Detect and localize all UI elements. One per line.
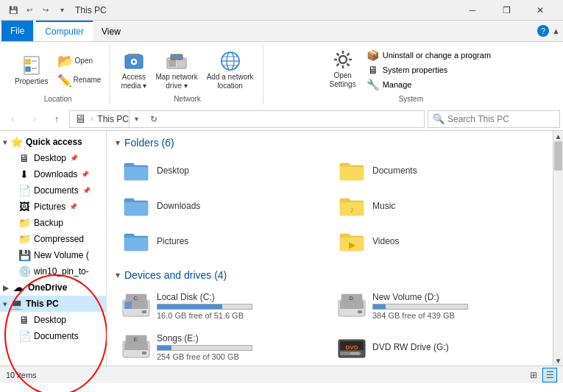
status-text: 10 items	[6, 371, 37, 379]
system-group-label: System	[399, 95, 423, 103]
drive-info-e: Songs (E:) 254 GB free of 300 GB	[157, 333, 322, 361]
sidebar-item-this-pc-desktop[interactable]: 🖥 Desktop	[0, 312, 106, 328]
folder-name-videos: Videos	[372, 236, 399, 246]
sidebar-item-pictures[interactable]: 🖼 Pictures 📌	[0, 199, 106, 215]
tab-computer[interactable]: Computer	[36, 21, 93, 41]
pictures-pin: 📌	[69, 203, 77, 210]
forward-button[interactable]: ›	[25, 110, 44, 129]
system-props-icon: 🖥	[367, 64, 380, 76]
folder-icon-downloads	[121, 194, 151, 218]
minimize-button[interactable]: ─	[456, 0, 489, 21]
quick-access-save[interactable]: 💾	[6, 3, 21, 18]
sidebar-section-quick-access[interactable]: ▾ ⭐ Quick access	[0, 134, 106, 150]
sidebar-section-onedrive[interactable]: ▶ ☁ OneDrive	[0, 279, 106, 296]
main-layout: ▾ ⭐ Quick access 🖥 Desktop 📌 ⬇ Downloads…	[0, 131, 563, 366]
drive-bar-wrap-c	[157, 304, 252, 310]
drive-item-e[interactable]: E: Songs (E:) 254 GB free of 300 GB	[116, 328, 328, 366]
folder-item-desktop[interactable]: Desktop	[116, 154, 328, 187]
view-btn-list[interactable]: ☰	[542, 368, 557, 382]
backup-label: Backup	[34, 218, 63, 228]
svg-text:DVD: DVD	[346, 344, 358, 351]
svg-rect-33	[142, 310, 146, 313]
drive-item-c[interactable]: C: Local Disk (C:) 16.0 GB free of 51.6 …	[116, 287, 328, 325]
documents-label: Documents	[34, 185, 79, 196]
scroll-thumb[interactable]	[554, 141, 562, 171]
svg-rect-3	[26, 67, 30, 71]
uninstall-icon: 📦	[367, 49, 380, 61]
add-network-location-button[interactable]: Add a networklocation	[204, 48, 257, 92]
ribbon-collapse[interactable]: ▲	[552, 26, 560, 35]
scrollbar[interactable]: ▲ ▼	[553, 131, 563, 366]
svg-line-25	[347, 64, 349, 66]
help-button[interactable]: ?	[537, 25, 549, 37]
tab-file[interactable]: File	[1, 21, 33, 41]
quick-access-undo[interactable]: ↩	[22, 3, 37, 18]
system-properties-button[interactable]: 🖥 System properties	[362, 63, 495, 77]
sidebar-item-documents[interactable]: 📄 Documents 📌	[0, 182, 106, 199]
drives-toggle[interactable]: ▾	[116, 270, 120, 280]
new-volume-icon: 💾	[18, 249, 31, 261]
address-dropdown[interactable]: ▾	[129, 110, 144, 128]
open-button[interactable]: 📂 Open	[54, 51, 105, 71]
ribbon-tabs: File Computer View ? ▲	[0, 21, 563, 41]
sidebar-item-compressed[interactable]: 📁 Compressed	[0, 231, 106, 247]
sidebar-section-this-pc[interactable]: ▾ 💻 This PC	[0, 296, 106, 312]
folder-item-pictures[interactable]: Pictures	[116, 225, 328, 257]
view-btn-tiles[interactable]: ⊞	[526, 368, 541, 382]
open-settings-button[interactable]: OpenSettings	[327, 46, 359, 90]
drive-size-c: 16.0 GB free of 51.6 GB	[157, 311, 322, 320]
map-network-drive-button[interactable]: Map networkdrive ▾	[152, 48, 200, 92]
sidebar-item-this-pc-documents[interactable]: 📄 Documents	[0, 328, 106, 344]
refresh-button[interactable]: ↻	[145, 110, 163, 128]
svg-point-7	[132, 60, 135, 63]
this-pc-expand: ▾	[3, 300, 7, 308]
quick-access-label: Quick access	[26, 137, 82, 147]
drive-name-e: Songs (E:)	[157, 333, 322, 343]
sidebar-item-desktop[interactable]: 🖥 Desktop 📌	[0, 150, 106, 166]
access-media-label: Accessmedia ▾	[121, 73, 146, 90]
folder-item-music[interactable]: ♪ Music	[331, 190, 544, 222]
drive-bar-wrap-e	[157, 345, 252, 351]
up-button[interactable]: ↑	[47, 110, 66, 129]
folder-item-downloads[interactable]: Downloads	[116, 190, 328, 222]
map-network-drive-icon	[165, 49, 188, 73]
quick-access-redo[interactable]: ↪	[38, 3, 53, 18]
downloads-icon: ⬇	[18, 168, 31, 180]
drive-item-g[interactable]: DVD DVD RW Drive (G:)	[331, 328, 544, 366]
drive-info-c: Local Disk (C:) 16.0 GB free of 51.6 GB	[157, 292, 322, 320]
sidebar-item-new-volume[interactable]: 💾 New Volume (	[0, 247, 106, 263]
address-box[interactable]: 🖥 › This PC ▾ ↻	[69, 110, 425, 128]
tab-view[interactable]: View	[93, 21, 130, 41]
search-box[interactable]: 🔍	[428, 110, 560, 128]
svg-point-19	[339, 56, 347, 63]
sidebar-item-backup[interactable]: 📁 Backup	[0, 215, 106, 231]
scroll-down[interactable]: ▼	[553, 355, 564, 366]
scroll-up[interactable]: ▲	[553, 131, 564, 141]
svg-line-26	[347, 54, 349, 56]
maximize-button[interactable]: ❐	[489, 0, 523, 21]
search-icon: 🔍	[433, 113, 445, 124]
desktop-label: Desktop	[34, 153, 66, 163]
access-media-button[interactable]: Accessmedia ▾	[118, 48, 149, 92]
properties-button[interactable]: Properties	[12, 52, 52, 88]
uninstall-button[interactable]: 📦 Uninstall or change a program	[362, 48, 495, 63]
sidebar-item-win10[interactable]: 💿 win10_pin_to-	[0, 263, 106, 279]
sidebar-item-downloads[interactable]: ⬇ Downloads 📌	[0, 166, 106, 182]
window-title: This PC	[75, 5, 107, 15]
search-input[interactable]	[447, 114, 558, 124]
close-button[interactable]: ✕	[523, 0, 557, 21]
network-group-label: Network	[174, 95, 201, 103]
folder-item-videos[interactable]: ▶ Videos	[331, 225, 544, 257]
manage-button[interactable]: 🔧 Manage	[362, 77, 495, 92]
address-path: This PC	[97, 114, 129, 124]
quick-access-dropdown[interactable]: ▾	[54, 3, 69, 18]
folder-item-documents[interactable]: Documents	[331, 154, 544, 187]
drive-item-d[interactable]: D: New Volume (D:) 384 GB free of 439 GB	[331, 287, 544, 325]
title-bar: 💾 ↩ ↪ ▾ This PC ─ ❐ ✕	[0, 0, 563, 21]
rename-label: Rename	[74, 76, 102, 85]
rename-button[interactable]: ✏️ Rename	[54, 72, 105, 89]
folders-toggle[interactable]: ▾	[116, 138, 120, 148]
svg-rect-10	[169, 60, 176, 67]
back-button[interactable]: ‹	[3, 110, 22, 129]
desktop-icon: 🖥	[18, 152, 31, 164]
